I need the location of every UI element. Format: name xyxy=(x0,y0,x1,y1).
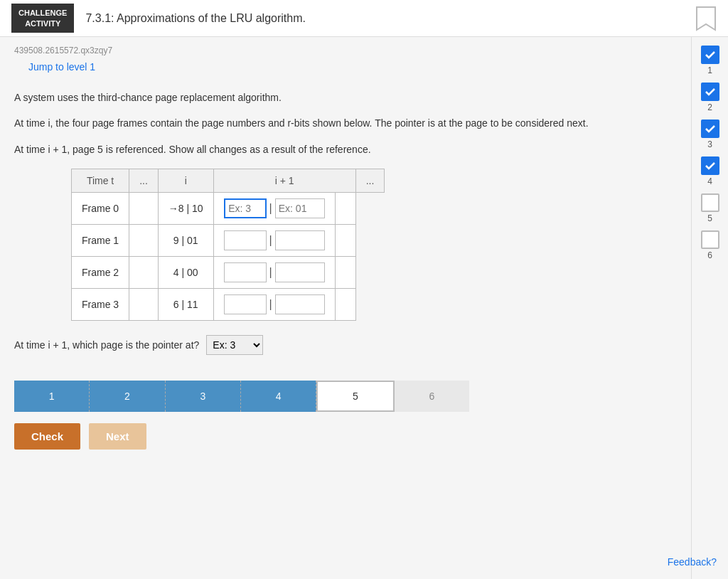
check-icon-4 xyxy=(701,156,719,175)
frame2-rbit-input[interactable] xyxy=(275,262,325,282)
table-row: Frame 2 4 | 00 | xyxy=(72,257,385,289)
frame0-i1-extra xyxy=(335,193,355,225)
sidebar-item-5[interactable]: 5 xyxy=(701,193,719,223)
frame1-i1-spin: | xyxy=(213,225,335,257)
jump-to-level-link[interactable]: Jump to level 1 xyxy=(28,61,677,73)
table-row: Frame 1 9 | 01 | xyxy=(72,225,385,257)
col-time: Time t xyxy=(72,169,129,193)
check-icon-2 xyxy=(701,83,719,101)
sidebar-item-2[interactable]: 2 xyxy=(701,83,719,112)
check-icon-1 xyxy=(701,46,719,64)
frame3-page-input[interactable] xyxy=(224,294,267,314)
check-icon-3 xyxy=(701,119,719,138)
progress-segment-6[interactable]: 6 xyxy=(395,381,469,412)
progress-segment-1[interactable]: 1 xyxy=(14,381,90,412)
frame1-i1-extra xyxy=(335,225,355,257)
frame3-i1-spin: | xyxy=(213,289,335,321)
frame3-dots xyxy=(129,289,159,321)
empty-icon-5 xyxy=(701,193,719,212)
frame2-i: 4 | 00 xyxy=(158,257,213,289)
frame3-i: 6 | 11 xyxy=(158,289,213,321)
sidebar-item-6[interactable]: 6 xyxy=(701,230,719,260)
frame0-page-input[interactable] xyxy=(224,198,267,218)
col-i1: i + 1 xyxy=(213,169,355,193)
feedback-link[interactable]: Feedback? xyxy=(668,556,717,568)
frame3-rbit-input[interactable] xyxy=(275,294,325,314)
frame1-label: Frame 1 xyxy=(72,225,129,257)
progress-segment-4[interactable]: 4 xyxy=(241,381,316,412)
col-dots2: ... xyxy=(355,169,385,193)
frame1-dots xyxy=(129,225,159,257)
pointer-question-text: At time i + 1, which page is the pointer… xyxy=(14,339,199,351)
check-button[interactable]: Check xyxy=(14,423,80,450)
next-button[interactable]: Next xyxy=(89,423,146,450)
content-area: 439508.2615572.qx3zqy7 Jump to level 1 A… xyxy=(0,37,691,579)
frame0-dots xyxy=(129,193,159,225)
frame0-label: Frame 0 xyxy=(72,193,129,225)
col-dots1: ... xyxy=(129,169,159,193)
table-row: Frame 0 →8 | 10 | xyxy=(72,193,385,225)
pointer-question: At time i + 1, which page is the pointer… xyxy=(14,335,677,355)
progress-segment-5[interactable]: 5 xyxy=(316,381,394,412)
header: CHALLENGE ACTIVITY 7.3.1: Approximations… xyxy=(0,0,728,37)
frame0-i1-spin: | xyxy=(213,193,335,225)
progress-segment-2[interactable]: 2 xyxy=(90,381,165,412)
frame1-page-input[interactable] xyxy=(224,230,267,250)
sidebar-item-4[interactable]: 4 xyxy=(701,156,719,186)
frame2-i1-spin: | xyxy=(213,257,335,289)
progress-segment-3[interactable]: 3 xyxy=(166,381,241,412)
page-title: 7.3.1: Approximations of the LRU algorit… xyxy=(85,12,695,25)
frame2-label: Frame 2 xyxy=(72,257,129,289)
col-i: i xyxy=(158,169,213,193)
frames-table: Time t ... i i + 1 ... Frame 0 →8 | 10 xyxy=(71,169,385,321)
progress-bar: 1 2 3 4 5 6 xyxy=(14,381,469,412)
frame0-i: →8 | 10 xyxy=(158,193,213,225)
frame2-dots xyxy=(129,257,159,289)
right-sidebar: 1 2 3 4 5 6 xyxy=(691,37,728,579)
para1: A system uses the third-chance page repl… xyxy=(14,90,597,105)
frame2-page-input[interactable] xyxy=(224,262,267,282)
problem-text: A system uses the third-chance page repl… xyxy=(14,90,597,157)
frame0-rbit-input[interactable] xyxy=(275,198,325,218)
table-wrapper: Time t ... i i + 1 ... Frame 0 →8 | 10 xyxy=(71,169,677,321)
buttons-row: Check Next xyxy=(14,423,677,450)
frame1-i: 9 | 01 xyxy=(158,225,213,257)
frame1-rbit-input[interactable] xyxy=(275,230,325,250)
pointer-select[interactable]: Ex: 3 0 1 2 3 4 5 6 7 8 9 xyxy=(206,335,263,355)
frame3-label: Frame 3 xyxy=(72,289,129,321)
sidebar-item-3[interactable]: 3 xyxy=(701,119,719,149)
para3: At time i + 1, page 5 is referenced. Sho… xyxy=(14,142,597,157)
sidebar-item-1[interactable]: 1 xyxy=(701,46,719,75)
frame2-i1-extra xyxy=(335,257,355,289)
bookmark-icon xyxy=(695,6,717,31)
para2: At time i, the four page frames contain … xyxy=(14,115,597,131)
table-row: Frame 3 6 | 11 | xyxy=(72,289,385,321)
session-id: 439508.2615572.qx3zqy7 xyxy=(14,46,677,55)
empty-icon-6 xyxy=(701,230,719,249)
frame3-i1-extra xyxy=(335,289,355,321)
challenge-badge: CHALLENGE ACTIVITY xyxy=(11,4,74,33)
